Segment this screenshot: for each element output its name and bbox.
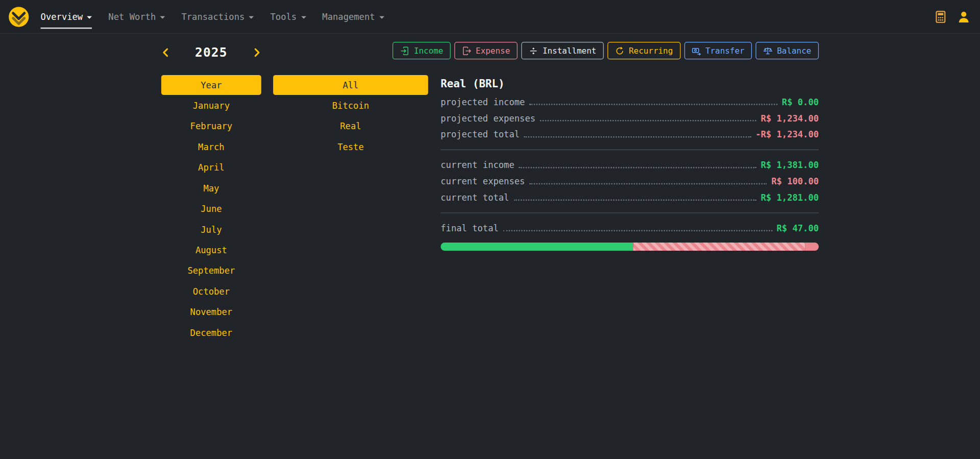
nav-net-worth-label: Net Worth	[108, 12, 156, 22]
filters-panel: 2025 Year January February March April M…	[0, 34, 440, 343]
account-real[interactable]: Real	[273, 116, 428, 136]
prev-year-button[interactable]	[161, 47, 170, 58]
chevron-left-icon	[161, 47, 170, 58]
next-year-button[interactable]	[253, 47, 261, 58]
chevron-down-icon	[301, 16, 306, 18]
account-list: Bitcoin Real Teste	[273, 95, 428, 157]
recurring-button[interactable]: Recurring	[607, 42, 680, 59]
row-projected-total: projected total -R$ 1,234.00	[440, 126, 819, 142]
app-root: Overview Net Worth Transactions Tools Ma…	[0, 0, 980, 374]
chevron-down-icon	[160, 16, 165, 18]
nav-overview-label: Overview	[41, 12, 83, 22]
month-november[interactable]: November	[161, 301, 261, 322]
main-content: 2025 Year January February March April M…	[0, 34, 980, 343]
dotted-leader	[540, 119, 756, 120]
month-september[interactable]: September	[161, 260, 261, 280]
expense-button[interactable]: Expense	[454, 42, 517, 59]
nav-net-worth[interactable]: Net Worth	[108, 0, 165, 34]
dotted-leader	[519, 166, 756, 167]
calculator-icon	[935, 10, 947, 22]
chevron-right-icon	[253, 47, 261, 58]
dotted-leader	[503, 230, 772, 231]
chevron-down-icon	[87, 16, 92, 18]
money-transfer-icon	[692, 46, 701, 55]
row-projected-income: projected income R$ 0.00	[440, 94, 819, 110]
row-label: projected income	[440, 97, 525, 107]
account-teste[interactable]: Teste	[273, 136, 428, 157]
row-label: current income	[440, 160, 514, 170]
profile-button[interactable]	[955, 9, 972, 25]
transaction-action-bar: Income Expense Installment	[440, 42, 819, 59]
month-may[interactable]: May	[161, 178, 261, 198]
month-june[interactable]: June	[161, 198, 261, 219]
divider	[440, 212, 819, 213]
row-value: R$ 0.00	[782, 97, 819, 107]
recurring-button-label: Recurring	[629, 46, 673, 55]
main-nav: Overview Net Worth Transactions Tools Ma…	[41, 0, 384, 34]
row-label: projected total	[440, 129, 520, 139]
navbar-right	[933, 9, 972, 25]
year-button[interactable]: Year	[161, 75, 261, 95]
month-october[interactable]: October	[161, 281, 261, 301]
sign-in-icon	[400, 46, 409, 55]
month-list: January February March April May June Ju…	[161, 95, 261, 343]
nav-transactions[interactable]: Transactions	[181, 0, 254, 34]
chevron-down-icon	[379, 16, 384, 18]
dotted-leader	[529, 104, 777, 105]
row-final-total: final total R$ 47.00	[440, 220, 819, 236]
nav-transactions-label: Transactions	[181, 12, 244, 22]
row-projected-expenses: projected expenses R$ 1,234.00	[440, 110, 819, 127]
chevron-down-icon	[249, 16, 254, 18]
account-bitcoin[interactable]: Bitcoin	[273, 95, 428, 115]
installment-button-label: Installment	[543, 46, 596, 55]
row-current-expenses: current expenses R$ 100.00	[440, 173, 819, 189]
progress-segment-income	[440, 243, 633, 251]
progress-segment-projected-expenses	[633, 243, 804, 251]
transfer-button[interactable]: Transfer	[684, 42, 752, 59]
month-april[interactable]: April	[161, 157, 261, 177]
row-label: current total	[440, 192, 509, 203]
dotted-leader	[513, 199, 756, 200]
year-label: 2025	[195, 45, 228, 60]
transfer-button-label: Transfer	[705, 46, 745, 55]
row-value: R$ 1,234.00	[761, 113, 819, 124]
balance-button[interactable]: Balance	[756, 42, 819, 59]
nav-management[interactable]: Management	[322, 0, 384, 34]
row-label: final total	[440, 223, 499, 233]
accounts-column: All Bitcoin Real Teste	[273, 34, 428, 343]
row-value: R$ 47.00	[777, 223, 819, 233]
brand-logo-icon	[8, 6, 30, 28]
row-value: R$ 100.00	[771, 176, 819, 186]
month-july[interactable]: July	[161, 219, 261, 239]
row-label: current expenses	[440, 176, 525, 186]
month-march[interactable]: March	[161, 136, 261, 157]
month-january[interactable]: January	[161, 95, 261, 115]
row-value: -R$ 1,234.00	[755, 129, 819, 139]
dotted-leader	[529, 183, 767, 184]
month-february[interactable]: February	[161, 116, 261, 136]
month-august[interactable]: August	[161, 239, 261, 260]
row-current-total: current total R$ 1,281.00	[440, 189, 819, 206]
calculator-button[interactable]	[933, 9, 948, 24]
month-december[interactable]: December	[161, 322, 261, 343]
expense-button-label: Expense	[476, 46, 510, 55]
person-icon	[957, 10, 971, 23]
nav-overview[interactable]: Overview	[41, 0, 92, 34]
row-label: projected expenses	[440, 113, 535, 124]
progress-segment-current-expenses	[805, 243, 819, 251]
app-logo[interactable]	[8, 6, 30, 28]
nav-tools-label: Tools	[271, 12, 297, 22]
income-button-label: Income	[414, 46, 444, 55]
year-navigation: 2025	[161, 45, 261, 60]
dotted-leader	[524, 136, 751, 137]
income-button[interactable]: Income	[393, 42, 451, 59]
divider	[440, 150, 819, 150]
summary-panel: Income Expense Installment	[440, 34, 819, 343]
row-current-income: current income R$ 1,381.00	[440, 157, 819, 173]
sign-out-icon	[462, 46, 471, 55]
installment-button[interactable]: Installment	[521, 42, 604, 59]
account-summary-title: Real (BRL)	[440, 78, 819, 90]
income-expense-progress-bar	[440, 243, 819, 251]
all-accounts-button[interactable]: All	[273, 75, 428, 95]
nav-tools[interactable]: Tools	[271, 0, 306, 34]
